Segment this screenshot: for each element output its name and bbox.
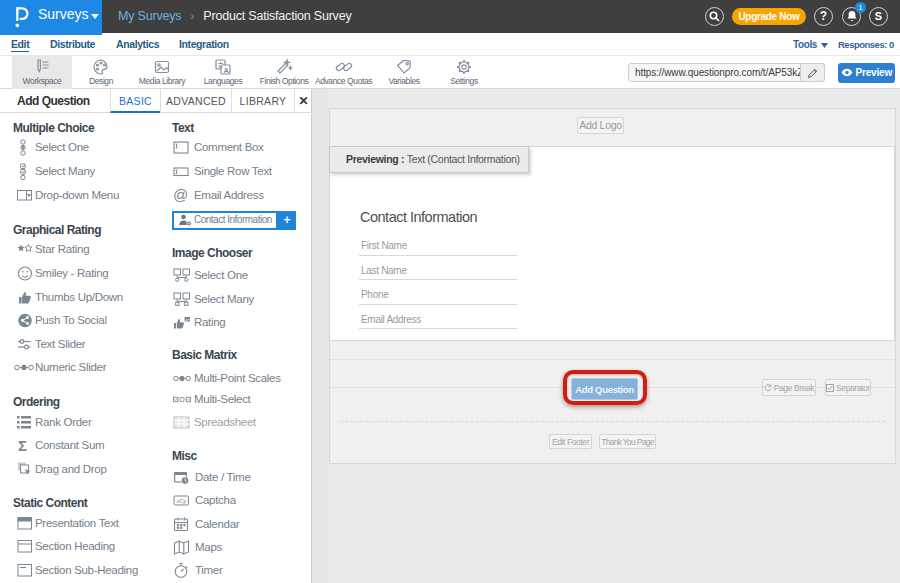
svg-text:A: A — [224, 66, 230, 75]
svg-text:xCy: xCy — [176, 498, 188, 504]
